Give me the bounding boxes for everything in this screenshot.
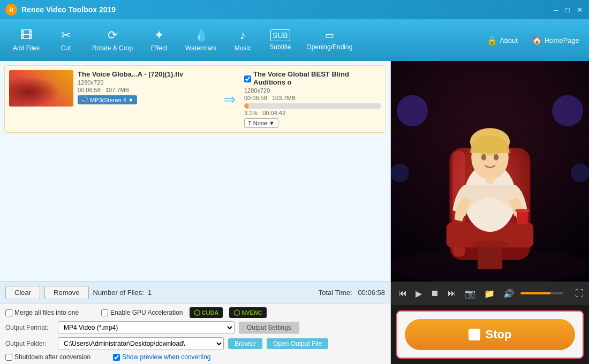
player-folder[interactable]: 📁 xyxy=(482,286,497,301)
input-badges: 🔊 MP3(Stereo 4 ▼ xyxy=(78,95,215,104)
file-list: The Voice Globa...A - (720)(1).flv 1280x… xyxy=(0,61,390,281)
app-title: Renee Video Toolbox 2019 xyxy=(21,5,552,14)
output-checkbox[interactable] xyxy=(244,75,251,82)
homepage-button[interactable]: 🏠 HomePage xyxy=(527,33,584,48)
output-format-label: Output Format: xyxy=(5,324,54,331)
stop-button[interactable]: Stop xyxy=(405,319,575,350)
progress-text: 3.1% 00:04:42 xyxy=(244,110,381,116)
browse-button[interactable]: Browse xyxy=(228,338,262,349)
svg-rect-20 xyxy=(516,209,530,212)
toolbar-cut[interactable]: ✂ Cut xyxy=(47,25,85,55)
player-stop[interactable]: ⏹ xyxy=(428,286,441,300)
open-output-button[interactable]: Open Output File xyxy=(267,338,328,349)
add-files-label: Add Files xyxy=(13,44,40,52)
opening-ending-icon: ▭ xyxy=(325,29,334,41)
shutdown-checkbox[interactable] xyxy=(5,354,12,361)
file-thumbnail xyxy=(9,70,73,107)
subtitle-icon: SUB xyxy=(270,29,290,41)
folder-row: Output Folder: C:\Users\Administrator\De… xyxy=(5,337,385,350)
toolbar-right: 🔒 About 🏠 HomePage xyxy=(482,33,584,48)
fullscreen-button[interactable]: ⛶ xyxy=(575,289,584,298)
progress-bar xyxy=(244,103,381,109)
about-button[interactable]: 🔒 About xyxy=(482,33,522,48)
output-settings-button[interactable]: Output Settings xyxy=(239,322,299,333)
svg-point-8 xyxy=(471,240,509,248)
output-file-info: The Voice Global BEST Blind Auditions o … xyxy=(244,70,381,128)
svg-point-18 xyxy=(571,163,589,182)
minimize-button[interactable]: – xyxy=(552,5,560,14)
nvenc-icon: ⬡ xyxy=(233,308,240,317)
stop-icon xyxy=(469,329,480,340)
toolbar-add-files[interactable]: 🎞 Add Files xyxy=(5,25,47,55)
output-resolution: 1280x720 xyxy=(244,87,381,94)
watermark-label: Watermark xyxy=(185,44,216,52)
preview-checkbox[interactable] xyxy=(113,354,120,361)
total-time: Total Time: 00:06:58 xyxy=(319,289,385,297)
add-files-icon: 🎞 xyxy=(20,28,32,42)
left-panel: The Voice Globa...A - (720)(1).flv 1280x… xyxy=(0,61,391,364)
opening-ending-label: Opening/Ending xyxy=(306,43,352,51)
merge-checkbox-label[interactable]: Merge all files into one xyxy=(5,309,79,316)
toolbar: 🎞 Add Files ✂ Cut ⟳ Rotate & Crop ✦ Effe… xyxy=(0,19,589,61)
toolbar-music[interactable]: ♪ Music xyxy=(224,25,261,55)
player-volume[interactable]: 🔊 xyxy=(501,286,516,301)
player-skip-forward[interactable]: ⏭ xyxy=(445,286,458,300)
player-screenshot[interactable]: 📷 xyxy=(463,286,478,301)
music-icon: ♪ xyxy=(240,28,246,42)
titlebar: R Renee Video Toolbox 2019 – □ ✕ xyxy=(0,0,589,19)
svg-point-16 xyxy=(552,95,583,126)
player-play[interactable]: ▶ xyxy=(413,286,424,301)
effect-icon: ✦ xyxy=(154,28,164,42)
svg-point-14 xyxy=(494,154,499,161)
file-count-label: Number of Files: 1 xyxy=(93,289,152,297)
remove-button[interactable]: Remove xyxy=(44,286,88,299)
app-logo: R xyxy=(5,4,17,16)
maximize-button[interactable]: □ xyxy=(563,5,572,14)
toolbar-effect[interactable]: ✦ Effect xyxy=(140,25,178,55)
clear-button[interactable]: Clear xyxy=(5,286,40,299)
nvenc-badge[interactable]: ⬡ NVENC xyxy=(229,307,267,318)
gpu-checkbox[interactable] xyxy=(101,309,108,316)
subtitle-label: Subtitle xyxy=(269,43,291,51)
player-skip-back[interactable]: ⏮ xyxy=(396,286,409,300)
svg-point-13 xyxy=(481,154,486,161)
toolbar-rotate-crop[interactable]: ⟳ Rotate & Crop xyxy=(85,25,140,55)
audio-badge[interactable]: 🔊 MP3(Stereo 4 ▼ xyxy=(78,95,137,104)
settings-bar: Merge all files into one Enable GPU Acce… xyxy=(0,304,390,364)
svg-point-17 xyxy=(391,163,409,182)
player-controls: ⏮ ▶ ⏹ ⏭ 📷 📁 🔊 ⛶ xyxy=(391,282,589,305)
cuda-badge[interactable]: ⬡ CUDA xyxy=(190,307,223,318)
rotate-crop-icon: ⟳ xyxy=(108,28,117,42)
rotate-crop-label: Rotate & Crop xyxy=(92,44,133,52)
merge-checkbox[interactable] xyxy=(5,309,12,316)
preview-checkbox-label[interactable]: Show preview when converting xyxy=(113,353,210,361)
svg-point-15 xyxy=(397,95,428,126)
toolbar-opening-ending[interactable]: ▭ Opening/Ending xyxy=(299,26,360,54)
file-item: The Voice Globa...A - (720)(1).flv 1280x… xyxy=(4,65,386,133)
input-duration-size: 00:06:58 107.7MB xyxy=(78,87,215,93)
music-label: Music xyxy=(235,44,251,52)
main-area: The Voice Globa...A - (720)(1).flv 1280x… xyxy=(0,61,589,364)
subtitle-badge[interactable]: T None ▼ xyxy=(244,118,278,128)
right-panel: ⏮ ▶ ⏹ ⏭ 📷 📁 🔊 ⛶ Stop xyxy=(391,61,589,364)
toolbar-subtitle[interactable]: SUB Subtitle xyxy=(261,26,299,54)
output-format-select[interactable]: MP4 Video (*.mp4) xyxy=(58,321,235,334)
cut-icon: ✂ xyxy=(61,28,71,42)
input-file-info: The Voice Globa...A - (720)(1).flv 1280x… xyxy=(78,70,215,104)
output-badges: T None ▼ xyxy=(244,118,381,128)
window-controls: – □ ✕ xyxy=(552,5,584,14)
cuda-icon: ⬡ xyxy=(194,308,200,317)
shutdown-checkbox-label[interactable]: Shutdown after conversion xyxy=(5,353,90,361)
output-folder-label: Output Folder: xyxy=(5,340,54,347)
video-preview xyxy=(391,61,589,282)
output-duration-size: 00:06:58 103.7MB xyxy=(244,95,381,101)
about-icon: 🔒 xyxy=(487,35,497,46)
gpu-checkbox-label[interactable]: Enable GPU Acceleration xyxy=(101,309,183,316)
volume-slider[interactable] xyxy=(520,292,563,294)
homepage-icon: 🏠 xyxy=(532,35,542,46)
close-button[interactable]: ✕ xyxy=(575,5,584,14)
format-row: Output Format: MP4 Video (*.mp4) Output … xyxy=(5,321,385,334)
toolbar-watermark[interactable]: 💧 Watermark xyxy=(178,25,224,55)
input-resolution: 1280x720 xyxy=(78,79,215,86)
output-folder-select[interactable]: C:\Users\Administrator\Desktop\download\ xyxy=(58,337,224,350)
